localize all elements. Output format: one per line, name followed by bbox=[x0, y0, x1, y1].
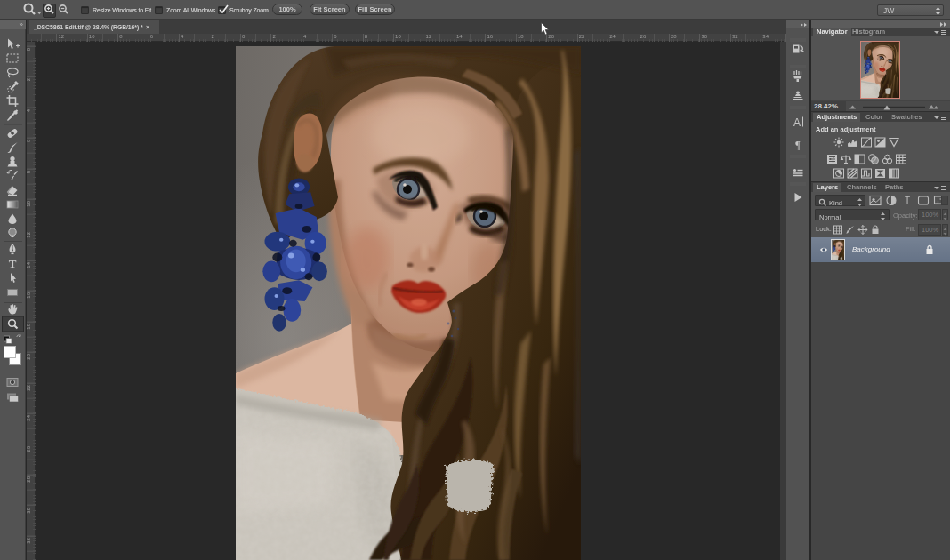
svg-text:Kind: Kind bbox=[829, 199, 842, 207]
svg-text:¶: ¶ bbox=[795, 139, 801, 151]
svg-text:T: T bbox=[9, 257, 17, 270]
svg-text:Normal: Normal bbox=[819, 213, 841, 221]
svg-text:T: T bbox=[905, 196, 910, 205]
svg-text:A: A bbox=[793, 116, 801, 129]
